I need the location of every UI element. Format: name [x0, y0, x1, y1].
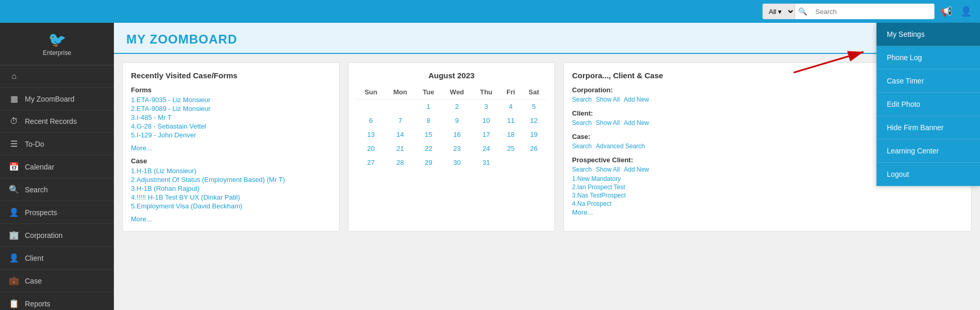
day-wed: Wed	[442, 85, 472, 100]
calendar-day[interactable]: 26	[521, 142, 546, 156]
client-icon: 👤	[8, 253, 20, 263]
list-item[interactable]: 3.Nas TestProspect	[572, 192, 963, 199]
corporation-show-all-link[interactable]: Show All	[596, 96, 620, 103]
sidebar-item-calendar[interactable]: 📅 Calendar	[0, 156, 114, 178]
day-sat: Sat	[521, 85, 546, 100]
user-icon[interactable]: 👤	[958, 5, 974, 18]
calendar-day[interactable]: 16	[442, 128, 472, 142]
calendar-day[interactable]: 25	[500, 142, 521, 156]
day-fri: Fri	[500, 85, 521, 100]
prospect-more-link[interactable]: More...	[572, 208, 963, 216]
list-item[interactable]: 5.I-129 - John Denver	[131, 131, 331, 139]
list-item[interactable]: 5.Employment Visa (David Beckham)	[131, 202, 331, 210]
sidebar-item-recent-records[interactable]: ⏱ Recent Records	[0, 110, 114, 133]
dropdown-item-phone-log[interactable]: Phone Log	[876, 46, 980, 69]
sidebar-item-search-label: Search	[25, 186, 48, 194]
day-mon: Mon	[385, 85, 415, 100]
list-item[interactable]: 4.!!!!! H-1B Test BY UX (Dinkar Patil)	[131, 193, 331, 201]
calendar-day[interactable]: 19	[521, 128, 546, 142]
corporation-search-link[interactable]: Search	[572, 96, 592, 103]
notifications-icon[interactable]: 📢	[939, 5, 954, 18]
calendar-day[interactable]: 8	[415, 114, 442, 128]
calendar-day[interactable]: 14	[385, 128, 415, 142]
forms-more-link[interactable]: More...	[131, 144, 331, 152]
calendar-day[interactable]: 4	[500, 100, 521, 114]
search-type-dropdown[interactable]: All ▾	[763, 4, 795, 19]
dropdown-item-case-timer[interactable]: Case Timer	[876, 69, 980, 93]
dropdown-item-logout[interactable]: Logout	[876, 163, 980, 186]
calendar-day[interactable]: 2	[442, 100, 472, 114]
calendar-day[interactable]: 12	[521, 114, 546, 128]
calendar-day[interactable]: 30	[442, 156, 472, 170]
sidebar-item-home[interactable]: ⌂	[0, 65, 114, 88]
corporation-add-new-link[interactable]: Add New	[624, 96, 649, 103]
sidebar-item-search[interactable]: 🔍 Search	[0, 178, 114, 201]
calendar-day[interactable]: 23	[442, 142, 472, 156]
prospects-icon: 👤	[8, 207, 20, 217]
dropdown-item-edit-photo[interactable]: Edit Photo	[876, 93, 980, 116]
sidebar-item-to-do[interactable]: ☰ To-Do	[0, 133, 114, 156]
calendar-day[interactable]: 13	[357, 128, 385, 142]
calendar-day[interactable]: 3	[472, 100, 500, 114]
sidebar-item-corporation[interactable]: 🏢 Corporation	[0, 224, 114, 247]
forms-list: 1.ETA-9035 - Liz Monsieur 2.ETA-9089 - L…	[131, 96, 331, 139]
prospect-show-all-link[interactable]: Show All	[596, 166, 620, 173]
calendar-day[interactable]: 10	[472, 114, 500, 128]
search-icon: 🔍	[795, 7, 810, 16]
client-search-link[interactable]: Search	[572, 119, 592, 126]
prospect-add-new-link[interactable]: Add New	[624, 166, 649, 173]
list-item[interactable]: 1.H-1B (Liz Monsieur)	[131, 167, 331, 175]
calendar-day[interactable]: 7	[385, 114, 415, 128]
calendar-day[interactable]: 1	[415, 100, 442, 114]
sidebar-item-client[interactable]: 👤 Client	[0, 247, 114, 270]
calendar-day[interactable]: 15	[415, 128, 442, 142]
sidebar-item-case[interactable]: 💼 Case	[0, 270, 114, 292]
dashboard-grid: Recently Visited Case/Forms Forms 1.ETA-…	[114, 54, 980, 240]
calendar-day[interactable]: 20	[357, 142, 385, 156]
dropdown-item-my-settings[interactable]: My Settings	[876, 23, 980, 46]
top-bar: All ▾ 🔍 📢 👤	[0, 0, 980, 23]
calendar-day[interactable]: 22	[415, 142, 442, 156]
calendar-day[interactable]: 29	[415, 156, 442, 170]
search-input[interactable]	[810, 4, 934, 19]
list-item[interactable]: 1.ETA-9035 - Liz Monsieur	[131, 96, 331, 104]
sidebar-item-recent-records-label: Recent Records	[25, 117, 77, 125]
dropdown-item-learning-center[interactable]: Learning Center	[876, 139, 980, 163]
calendar-day[interactable]: 31	[472, 156, 500, 170]
client-add-new-link[interactable]: Add New	[624, 119, 649, 126]
list-item[interactable]: 4.Na Prospect	[572, 200, 963, 207]
sidebar-item-corporation-label: Corporation	[25, 231, 63, 239]
list-item[interactable]: 3.I-485 - Mr T	[131, 114, 331, 121]
calendar-day[interactable]: 17	[472, 128, 500, 142]
day-sun: Sun	[357, 85, 385, 100]
sidebar-item-calendar-label: Calendar	[25, 163, 54, 171]
calendar-day[interactable]: 24	[472, 142, 500, 156]
list-item[interactable]: 2.Adjustment Of Status (Employment Based…	[131, 176, 331, 184]
calendar-day[interactable]: 21	[385, 142, 415, 156]
calendar-day[interactable]: 18	[500, 128, 521, 142]
prospect-search-link[interactable]: Search	[572, 166, 592, 173]
calendar-day[interactable]: 6	[357, 114, 385, 128]
list-item[interactable]: 4.G-28 - Sebastain Vettel	[131, 122, 331, 130]
case-more-link[interactable]: More...	[131, 215, 331, 223]
sidebar-item-prospects-label: Prospects	[25, 208, 57, 217]
calendar-day[interactable]: 28	[385, 156, 415, 170]
list-item[interactable]: 3.H-1B (Rohan Rajput)	[131, 185, 331, 192]
client-show-all-link[interactable]: Show All	[596, 119, 620, 126]
recently-visited-title: Recently Visited Case/Forms	[131, 71, 331, 80]
list-item[interactable]: 2.ETA-9089 - Liz Monsieur	[131, 105, 331, 112]
sidebar-item-my-zoomboard[interactable]: ▦ My ZoomBoard	[0, 88, 114, 110]
case-icon: 💼	[8, 276, 20, 286]
dropdown-item-hide-firm-banner[interactable]: Hide Firm Banner	[876, 116, 980, 139]
case-search-link[interactable]: Search	[572, 143, 592, 150]
case-advanced-search-link[interactable]: Advanced Search	[596, 143, 645, 150]
sidebar-item-reports[interactable]: 📋 Reports	[0, 292, 114, 310]
calendar-day[interactable]: 11	[500, 114, 521, 128]
calendar-day[interactable]: 5	[521, 100, 546, 114]
calendar-day[interactable]: 27	[357, 156, 385, 170]
sidebar-item-prospects[interactable]: 👤 Prospects	[0, 201, 114, 224]
day-thu: Thu	[472, 85, 500, 100]
corporation-icon: 🏢	[8, 230, 20, 240]
calendar-day[interactable]: 9	[442, 114, 472, 128]
cases-list: 1.H-1B (Liz Monsieur) 2.Adjustment Of St…	[131, 167, 331, 210]
